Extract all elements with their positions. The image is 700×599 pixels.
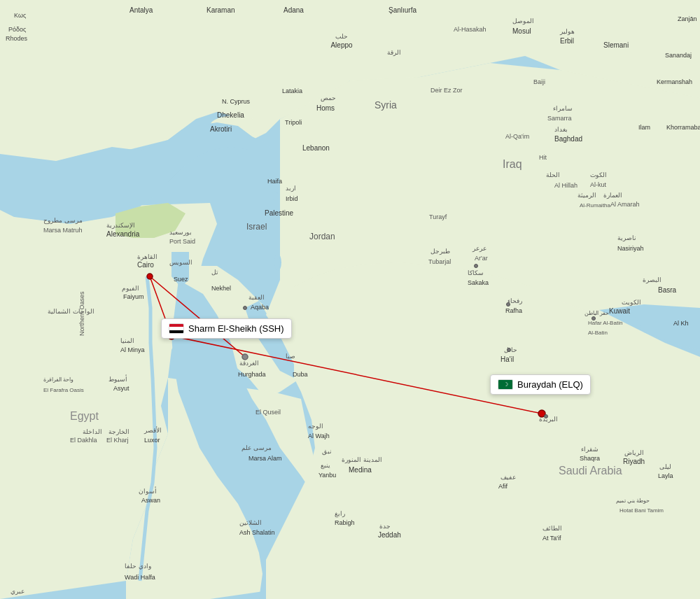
svg-text:الأقصر: الأقصر: [144, 426, 162, 435]
svg-text:حوطة بني تميم: حوطة بني تميم: [616, 498, 650, 504]
svg-point-158: [507, 348, 511, 352]
svg-text:El Farafra Oasis: El Farafra Oasis: [43, 387, 84, 393]
svg-point-151: [147, 274, 153, 279]
svg-text:الكوت: الكوت: [590, 171, 607, 179]
svg-point-152: [242, 354, 248, 360]
svg-text:شقراء: شقراء: [581, 446, 598, 453]
svg-text:المدينة المنورة: المدينة المنورة: [342, 456, 382, 464]
svg-text:Latakia: Latakia: [282, 87, 302, 94]
svg-text:Irbid: Irbid: [286, 195, 298, 202]
airport-ssh-text: Sharm El-Sheikh (SSH): [188, 323, 284, 334]
svg-text:الإسكندرية: الإسكندرية: [106, 222, 135, 230]
svg-text:Al-kut: Al-kut: [590, 181, 607, 188]
svg-text:الواحات الشمالية: الواحات الشمالية: [48, 308, 94, 316]
svg-point-3: [272, 191, 278, 201]
svg-text:Jordan: Jordan: [309, 232, 335, 241]
svg-text:Al-Rumaitha: Al-Rumaitha: [580, 202, 611, 209]
svg-text:Baiji: Baiji: [533, 78, 545, 85]
svg-text:المنيا: المنيا: [120, 337, 134, 344]
svg-text:البصرة: البصرة: [643, 276, 662, 284]
svg-text:Hurghada: Hurghada: [238, 371, 266, 378]
svg-text:Suez: Suez: [174, 276, 188, 283]
svg-text:Alexandria: Alexandria: [106, 230, 140, 238]
svg-text:Afif: Afif: [498, 483, 508, 490]
svg-text:تل: تل: [211, 269, 218, 276]
svg-text:Hit: Hit: [539, 154, 547, 161]
svg-text:Al-Hasakah: Al-Hasakah: [454, 26, 486, 33]
svg-text:الرياض: الرياض: [624, 449, 644, 457]
svg-text:El Quseil: El Quseil: [255, 409, 281, 416]
svg-text:Erbil: Erbil: [560, 37, 574, 45]
svg-text:Homs: Homs: [316, 104, 335, 112]
svg-text:Luxor: Luxor: [144, 437, 160, 444]
svg-text:وادي حلفا: وادي حلفا: [125, 563, 151, 570]
svg-text:Ar'ar: Ar'ar: [475, 255, 488, 262]
svg-text:Rafha: Rafha: [505, 307, 522, 314]
svg-text:El Kharj: El Kharj: [106, 437, 129, 444]
svg-text:Ash Shalatin: Ash Shalatin: [239, 529, 275, 536]
svg-text:الغردقة: الغردقة: [239, 360, 259, 367]
svg-text:Marsa Matruh: Marsa Matruh: [43, 227, 83, 234]
svg-text:هولير: هولير: [559, 28, 575, 36]
svg-text:Turayf: Turayf: [429, 213, 447, 220]
svg-text:Rabigh: Rabigh: [335, 519, 355, 526]
svg-text:Syria: Syria: [374, 99, 397, 111]
svg-text:رابغ: رابغ: [335, 510, 345, 518]
svg-text:Adana: Adana: [284, 6, 304, 14]
svg-text:ليلى: ليلى: [659, 463, 671, 470]
svg-text:الخارجة: الخارجة: [108, 428, 130, 436]
svg-text:Al Amarah: Al Amarah: [610, 201, 640, 208]
svg-text:Egypt: Egypt: [70, 410, 99, 422]
svg-text:مرسى مطروح: مرسى مطروح: [43, 217, 83, 225]
svg-text:Shaqra: Shaqra: [580, 455, 600, 462]
map-container: Κως Ρόδος Rhodes Antalya Karaman Adana Ş…: [0, 0, 700, 599]
svg-text:Ha'il: Ha'il: [500, 355, 514, 363]
svg-text:Aleppo: Aleppo: [330, 41, 353, 49]
svg-text:الرقة: الرقة: [387, 49, 401, 57]
svg-text:Şanlıurfa: Şanlıurfa: [388, 6, 416, 14]
svg-text:Lebanon: Lebanon: [302, 144, 330, 152]
airport-label-elq: Buraydah (ELQ): [490, 374, 591, 395]
svg-text:حمص: حمص: [321, 94, 336, 102]
svg-text:حفر الباطن: حفر الباطن: [584, 310, 609, 316]
svg-text:Deir Ez Zor: Deir Ez Zor: [430, 87, 463, 94]
svg-text:بورسعيد: بورسعيد: [169, 229, 192, 237]
svg-text:الموصل: الموصل: [512, 17, 534, 25]
svg-point-160: [545, 415, 548, 418]
svg-text:Al-Qa'im: Al-Qa'im: [505, 133, 529, 140]
svg-text:Slemani: Slemani: [603, 41, 629, 49]
svg-text:N. Cyprus: N. Cyprus: [222, 98, 251, 105]
svg-text:Wadi Halfa: Wadi Halfa: [125, 574, 155, 581]
svg-text:جدة: جدة: [379, 523, 391, 530]
saudi-flag-icon: [498, 379, 513, 390]
svg-text:الفيوم: الفيوم: [122, 285, 139, 293]
svg-text:الداخلة: الداخلة: [83, 428, 102, 435]
svg-text:Nasiriyah: Nasiriyah: [617, 245, 644, 252]
svg-text:Faiyum: Faiyum: [123, 293, 144, 300]
svg-text:Medina: Medina: [349, 466, 372, 474]
svg-text:نبق: نبق: [322, 448, 332, 456]
svg-text:Hotat Bani Tamim: Hotat Bani Tamim: [620, 507, 664, 514]
svg-text:Port Said: Port Said: [169, 238, 195, 245]
svg-text:سامراء: سامراء: [553, 105, 573, 113]
svg-text:السويس: السويس: [169, 259, 192, 267]
svg-text:Hafar Al-Batin: Hafar Al-Batin: [588, 320, 622, 326]
svg-text:Kuwait: Kuwait: [609, 307, 630, 315]
svg-text:Rhodes: Rhodes: [6, 35, 28, 42]
svg-text:Al Kh: Al Kh: [673, 320, 689, 327]
svg-text:Aswan: Aswan: [141, 497, 160, 504]
svg-text:Iraq: Iraq: [503, 158, 522, 170]
svg-text:Duba: Duba: [293, 371, 308, 378]
svg-text:واحة الفرافرة: واحة الفرافرة: [43, 376, 74, 383]
svg-text:Kermanshah: Kermanshah: [657, 78, 692, 85]
svg-text:الحلة: الحلة: [546, 171, 560, 178]
svg-text:Riyadh: Riyadh: [623, 458, 645, 465]
svg-text:ناصرية: ناصرية: [617, 234, 636, 242]
svg-text:الطائف: الطائف: [542, 525, 562, 532]
svg-text:الكويت: الكويت: [622, 299, 641, 306]
airport-label-ssh: Sharm El-Sheikh (SSH): [161, 318, 292, 339]
svg-text:الشلاتين: الشلاتين: [239, 519, 262, 527]
svg-point-157: [507, 303, 510, 306]
svg-text:Layla: Layla: [658, 472, 673, 479]
svg-text:Marsa Alam: Marsa Alam: [248, 455, 282, 462]
